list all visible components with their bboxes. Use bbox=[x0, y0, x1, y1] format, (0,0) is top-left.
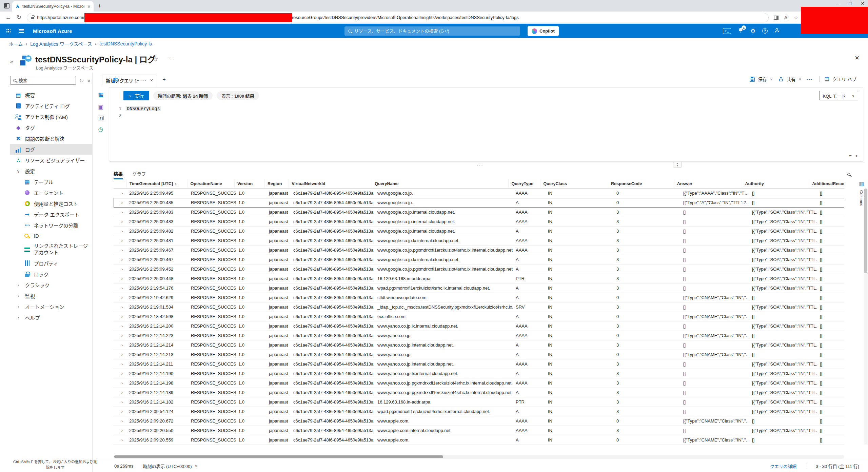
results-search-icon[interactable] bbox=[847, 173, 850, 176]
table-row[interactable]: ›2025/9/16 2:12:14.182RESPONSE_SUCCESS1.… bbox=[114, 397, 844, 407]
table-row[interactable]: ›2025/9/16 2:19:01.534RESPONSE_SUCCESS1.… bbox=[114, 302, 844, 312]
sidebar-item[interactable]: ✖問題の診断と解決 bbox=[10, 133, 92, 144]
sidebar-item[interactable]: ▤概要 bbox=[10, 90, 92, 100]
collapse-editor-icon[interactable]: « bbox=[854, 155, 860, 157]
table-row[interactable]: ›2025/9/16 2:09:20.550RESPONSE_SUCCESS1.… bbox=[114, 426, 844, 435]
table-row[interactable]: ›2025/9/16 2:09:20.559RESPONSE_SUCCESS1.… bbox=[114, 435, 844, 445]
row-expander-icon[interactable]: › bbox=[114, 399, 126, 405]
horizontal-scrollbar[interactable] bbox=[114, 455, 844, 459]
sidebar-item[interactable]: エージェント bbox=[10, 187, 92, 198]
browser-tab[interactable]: testDNSSecurityPolicy-la - Micros ✕ bbox=[12, 1, 94, 12]
query-tab-close-icon[interactable]: ✕ bbox=[150, 78, 153, 83]
share-button[interactable]: 共有 bbox=[787, 76, 796, 82]
back-icon[interactable]: ← bbox=[5, 14, 11, 21]
row-expander-icon[interactable]: › bbox=[114, 361, 126, 367]
editor-format-icon[interactable]: ≡ bbox=[849, 154, 852, 159]
kql-mode-dropdown[interactable]: KQL モード∨ bbox=[819, 91, 858, 100]
table-row[interactable]: ›2025/9/16 2:12:14.211RESPONSE_SUCCESS1.… bbox=[114, 359, 844, 369]
column-header[interactable]: OperationName bbox=[188, 179, 234, 188]
table-row[interactable]: ›2025/9/16 2:09:54.124RESPONSE_SUCCESS1.… bbox=[114, 407, 844, 416]
column-header[interactable]: AdditionalRecords bbox=[809, 179, 844, 188]
sidebar-item[interactable]: ロック bbox=[10, 269, 92, 279]
column-header[interactable]: QueryName bbox=[372, 179, 508, 188]
help-icon[interactable]: ? bbox=[762, 28, 768, 34]
table-row[interactable]: ›2025/9/16 2:25:09.467RESPONSE_SUCCESS1.… bbox=[114, 245, 844, 255]
query-tab[interactable]: 新しいクエリ 1* ··· ✕ bbox=[102, 75, 157, 85]
sidebar-item[interactable]: プロパティ bbox=[10, 258, 92, 269]
row-expander-icon[interactable]: › bbox=[114, 437, 126, 442]
row-expander-icon[interactable]: › bbox=[114, 257, 126, 262]
new-query-tab-button[interactable]: + bbox=[162, 76, 166, 83]
table-row[interactable]: ›2025/9/16 2:19:42.629RESPONSE_SUCCESS1.… bbox=[114, 293, 844, 302]
share-chevron-icon[interactable]: ∨ bbox=[799, 77, 801, 81]
close-button[interactable]: ✕ bbox=[861, 1, 865, 6]
row-expander-icon[interactable]: › bbox=[114, 409, 126, 414]
table-row[interactable]: ›2025/9/16 2:12:14.200RESPONSE_SUCCESS1.… bbox=[114, 321, 844, 331]
sidebar-item[interactable]: ∴リソース ビジュアライザー bbox=[10, 155, 92, 165]
sidebar-search[interactable] bbox=[10, 76, 76, 85]
table-row[interactable]: ›2025/9/16 2:12:14.198RESPONSE_SUCCESS1.… bbox=[114, 378, 844, 388]
table-row[interactable]: ›2025/9/16 2:25:09.482RESPONSE_SUCCESS1.… bbox=[114, 227, 844, 236]
row-expander-icon[interactable]: › bbox=[114, 390, 126, 395]
refresh-icon[interactable]: ↻ bbox=[17, 14, 21, 21]
vertical-scrollbar-thumb[interactable] bbox=[864, 189, 867, 273]
sidebar-item[interactable]: アクセス制御 (IAM) bbox=[10, 111, 92, 122]
row-expander-icon[interactable]: › bbox=[114, 342, 126, 348]
row-expander-icon[interactable]: › bbox=[114, 304, 126, 310]
query-tab-more-icon[interactable]: ··· bbox=[141, 78, 147, 83]
table-row[interactable]: ›2025/9/16 2:25:09.452RESPONSE_SUCCESS1.… bbox=[114, 264, 844, 274]
row-expander-icon[interactable]: › bbox=[114, 286, 126, 291]
vertical-scrollbar[interactable] bbox=[864, 189, 868, 445]
column-header[interactable]: Answer bbox=[674, 179, 742, 188]
blade-close-icon[interactable]: × bbox=[855, 54, 859, 62]
table-row[interactable]: ›2025/9/16 2:12:14.214RESPONSE_SUCCESS1.… bbox=[114, 340, 844, 350]
horizontal-scrollbar-thumb[interactable] bbox=[114, 455, 443, 458]
column-header[interactable]: VirtualNetworkId bbox=[289, 179, 372, 188]
breadcrumb-home[interactable]: ホーム bbox=[9, 40, 23, 47]
table-row[interactable]: ›2025/9/16 2:25:09.483RESPONSE_SUCCESS1.… bbox=[114, 208, 844, 217]
column-header[interactable]: QueryType bbox=[508, 179, 540, 188]
row-expander-icon[interactable]: › bbox=[114, 323, 126, 329]
sidebar-search-input[interactable] bbox=[19, 78, 73, 83]
sidebar-item[interactable]: ‹··›ネットワークの分離 bbox=[10, 220, 92, 231]
columns-panel-label[interactable]: Columns bbox=[859, 190, 864, 206]
column-header[interactable]: QueryClass bbox=[540, 179, 608, 188]
breadcrumb-workspaces[interactable]: Log Analytics ワークスペース bbox=[30, 40, 92, 47]
tables-pane-icon[interactable]: ▦ bbox=[98, 91, 103, 98]
row-expander-icon[interactable]: › bbox=[114, 219, 126, 224]
cloud-shell-icon[interactable]: >_ bbox=[723, 28, 731, 34]
save-chevron-icon[interactable]: ∨ bbox=[770, 77, 772, 81]
time-display-dropdown[interactable]: 時刻の表示 (UTC+00:00)∨ bbox=[143, 463, 197, 469]
pane-splitter[interactable]: ··· ▴▾ bbox=[93, 162, 868, 168]
column-header[interactable]: Version bbox=[234, 179, 264, 188]
more-actions-icon[interactable]: ··· bbox=[807, 77, 813, 82]
table-row[interactable]: ›2025/9/16 2:25:09.485RESPONSE_SUCCESS1.… bbox=[114, 198, 844, 208]
row-expander-icon[interactable]: › bbox=[114, 267, 126, 272]
tab-results[interactable]: 結果 bbox=[114, 170, 123, 179]
sidebar-item[interactable]: アクティビティ ログ bbox=[10, 100, 92, 111]
table-row[interactable]: ›2025/9/16 2:25:09.495RESPONSE_SUCCESS1.… bbox=[114, 189, 844, 198]
collapse-sidebar-icon[interactable]: « bbox=[87, 78, 90, 83]
sidebar-item[interactable]: ▦テーブル bbox=[10, 176, 92, 187]
query-details-link[interactable]: クエリの詳細 bbox=[770, 463, 796, 469]
sort-icon[interactable]: ↑↓ bbox=[175, 182, 177, 186]
table-row[interactable]: ›2025/9/16 2:18:42.598RESPONSE_SUCCESS1.… bbox=[114, 312, 844, 321]
split-screen-icon[interactable] bbox=[774, 16, 779, 20]
minimize-button[interactable]: – bbox=[837, 1, 840, 6]
row-expander-icon[interactable]: › bbox=[114, 238, 126, 243]
row-expander-icon[interactable]: › bbox=[114, 333, 126, 338]
row-expander-icon[interactable]: › bbox=[114, 229, 126, 234]
url-field[interactable]: https://portal.azure.com/resourceGroups/… bbox=[27, 13, 769, 22]
queries-pane-icon[interactable]: ▣ bbox=[98, 103, 103, 110]
column-header[interactable]: Region bbox=[264, 179, 289, 188]
feedback-icon[interactable] bbox=[774, 27, 780, 35]
expand-portal-menu-icon[interactable]: » bbox=[10, 58, 13, 64]
table-row[interactable]: ›2025/9/16 2:12:14.223RESPONSE_SUCCESS1.… bbox=[114, 331, 844, 340]
table-row[interactable]: ›2025/9/16 2:25:09.481RESPONSE_SUCCESS1.… bbox=[114, 236, 844, 245]
row-expander-icon[interactable]: › bbox=[114, 418, 126, 424]
row-expander-icon[interactable]: › bbox=[114, 380, 126, 386]
row-expander-icon[interactable]: › bbox=[114, 276, 126, 281]
global-search-input[interactable] bbox=[354, 28, 516, 34]
column-header[interactable]: Authority bbox=[742, 179, 809, 188]
table-row[interactable]: ›2025/9/16 2:12:14.189RESPONSE_SUCCESS1.… bbox=[114, 388, 844, 397]
